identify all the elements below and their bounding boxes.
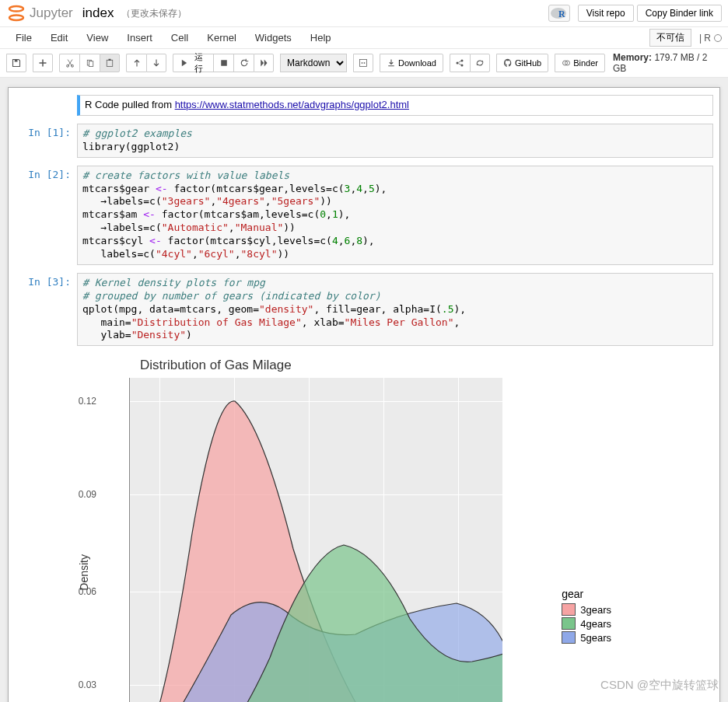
run-label: 运行 bbox=[191, 51, 207, 75]
legend-swatch-icon bbox=[562, 617, 576, 630]
svg-rect-9 bbox=[107, 60, 113, 66]
cell-prompt: In [2]: bbox=[15, 166, 77, 265]
legend-item: 5gears bbox=[562, 631, 611, 644]
menu-view[interactable]: View bbox=[77, 27, 117, 48]
cell-prompt: In [3]: bbox=[15, 273, 77, 346]
r-logo-icon: R bbox=[548, 5, 570, 22]
menubar: File Edit View Insert Cell Kernel Widget… bbox=[0, 27, 728, 49]
menu-help[interactable]: Help bbox=[301, 27, 341, 48]
notebook-container: R Code pulled from https://www.statmetho… bbox=[0, 78, 728, 702]
celltype-select[interactable]: Markdown bbox=[280, 54, 347, 72]
binder-button[interactable]: Binder bbox=[555, 54, 605, 72]
toolbar: 运行 Markdown Download GitHub Binder Memor… bbox=[0, 49, 728, 78]
chart-legend: gear 3gears 4gears 5gears bbox=[562, 588, 611, 645]
plot-panel bbox=[129, 378, 502, 702]
jupyter-logo-icon bbox=[6, 3, 26, 23]
copy-button[interactable] bbox=[79, 54, 100, 72]
restart-run-all-button[interactable] bbox=[254, 54, 274, 72]
legend-title: gear bbox=[562, 588, 611, 600]
menu-kernel[interactable]: Kernel bbox=[198, 27, 246, 48]
not-trusted-button[interactable]: 不可信 bbox=[649, 29, 691, 47]
output-area: Distribution of Gas Milage Density 0.12 … bbox=[78, 351, 716, 702]
kernel-idle-icon bbox=[714, 34, 722, 42]
code-cell[interactable]: In [2]: # create factors with value labe… bbox=[12, 163, 716, 267]
code-input[interactable]: # create factors with value labels mtcar… bbox=[77, 166, 713, 265]
binder-label: Binder bbox=[573, 58, 598, 68]
github-label: GitHub bbox=[515, 58, 541, 68]
menu-insert[interactable]: Insert bbox=[117, 27, 162, 48]
cell-prompt: In [1]: bbox=[15, 124, 77, 158]
svg-rect-11 bbox=[221, 60, 227, 66]
markdown-cell[interactable]: R Code pulled from https://www.statmetho… bbox=[12, 93, 716, 118]
svg-point-14 bbox=[461, 60, 464, 62]
svg-text:R: R bbox=[558, 9, 565, 19]
move-up-button[interactable] bbox=[126, 54, 146, 72]
md-link[interactable]: https://www.statmethods.net/advgraphs/gg… bbox=[175, 99, 409, 110]
memory-indicator: Memory: 179.7 MB / 2 GB bbox=[613, 52, 722, 74]
save-button[interactable] bbox=[6, 54, 26, 72]
cell-prompt bbox=[15, 95, 77, 116]
watermark-text: CSDN @空中旋转篮球 bbox=[600, 678, 719, 693]
notebook-name[interactable]: index bbox=[82, 5, 114, 21]
download-button[interactable]: Download bbox=[380, 54, 443, 72]
download-label: Download bbox=[398, 58, 436, 68]
save-status: （更改未保存） bbox=[121, 7, 187, 20]
share-binder-button[interactable] bbox=[470, 54, 490, 72]
paste-button[interactable] bbox=[100, 54, 120, 72]
chart-title: Distribution of Gas Milage bbox=[140, 358, 560, 373]
code-cell[interactable]: In [1]: # ggplot2 examples library(ggplo… bbox=[12, 121, 716, 160]
legend-swatch-icon bbox=[562, 631, 576, 644]
visit-repo-button[interactable]: Visit repo bbox=[578, 5, 634, 22]
legend-item: 3gears bbox=[562, 603, 611, 616]
svg-point-6 bbox=[71, 65, 73, 67]
md-text: R Code pulled from bbox=[85, 99, 175, 110]
svg-rect-8 bbox=[89, 61, 93, 67]
svg-point-1 bbox=[9, 15, 23, 20]
code-input[interactable]: # Kernel density plots for mpg # grouped… bbox=[77, 273, 713, 346]
code-cell[interactable]: In [3]: # Kernel density plots for mpg #… bbox=[12, 271, 716, 348]
svg-point-15 bbox=[461, 65, 464, 67]
svg-rect-12 bbox=[360, 60, 367, 67]
svg-point-13 bbox=[457, 62, 459, 65]
github-button[interactable]: GitHub bbox=[496, 54, 548, 72]
share-notebook-button[interactable] bbox=[450, 54, 470, 72]
menu-widgets[interactable]: Widgets bbox=[246, 27, 301, 48]
cut-button[interactable] bbox=[59, 54, 79, 72]
svg-rect-10 bbox=[109, 59, 111, 61]
menu-cell[interactable]: Cell bbox=[162, 27, 198, 48]
kernel-name[interactable]: | R bbox=[699, 33, 711, 44]
header-bar: Jupyter index （更改未保存） R Visit repo Copy … bbox=[0, 0, 728, 27]
svg-rect-4 bbox=[15, 60, 18, 62]
y-axis-label: Density bbox=[78, 554, 90, 591]
code-input[interactable]: # ggplot2 examples library(ggplot2) bbox=[77, 124, 713, 158]
svg-point-5 bbox=[66, 65, 68, 67]
legend-swatch-icon bbox=[562, 603, 576, 616]
menu-file[interactable]: File bbox=[6, 27, 41, 48]
brand-text: Jupyter bbox=[30, 5, 73, 21]
run-button[interactable]: 运行 bbox=[173, 54, 213, 72]
copy-binder-link-button[interactable]: Copy Binder link bbox=[637, 5, 722, 22]
restart-button[interactable] bbox=[233, 54, 254, 72]
add-cell-button[interactable] bbox=[33, 54, 53, 72]
move-down-button[interactable] bbox=[146, 54, 166, 72]
svg-point-0 bbox=[9, 6, 23, 12]
command-palette-button[interactable] bbox=[353, 54, 373, 72]
interrupt-button[interactable] bbox=[213, 54, 233, 72]
legend-item: 4gears bbox=[562, 617, 611, 630]
density-plot: Distribution of Gas Milage Density 0.12 … bbox=[78, 358, 560, 702]
menu-edit[interactable]: Edit bbox=[41, 27, 77, 48]
